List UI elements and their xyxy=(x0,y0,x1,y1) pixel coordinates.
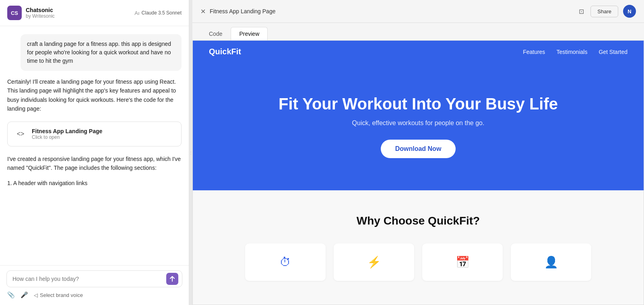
microphone-button[interactable]: 🎤 xyxy=(21,291,28,299)
feature-card-3: 📅 xyxy=(422,243,503,281)
model-name: Claude 3.5 Sonnet xyxy=(142,10,182,16)
header-actions: ⊡ Share N xyxy=(577,5,636,18)
share-button[interactable]: Share xyxy=(590,6,618,17)
code-icon: <> xyxy=(14,128,27,140)
nav-link-testimonials[interactable]: Testimonials xyxy=(556,49,587,55)
right-panel: ✕ Fitness App Landing Page ⊡ Share N Cod… xyxy=(192,0,644,305)
close-button[interactable]: ✕ xyxy=(200,8,206,15)
fitness-hero: Fit Your Workout Into Your Busy Life Qui… xyxy=(193,63,644,190)
feature-icon-3: 📅 xyxy=(456,256,470,269)
fitness-logo: QuickFit xyxy=(209,47,241,56)
assistant-message-2: I've created a responsive landing page f… xyxy=(7,155,182,173)
assistant-list-item-1: 1. A header with navigation links xyxy=(7,179,182,188)
app-info: Chatsonic by Writesonic xyxy=(26,7,130,19)
tab-title-row: ✕ Fitness App Landing Page xyxy=(200,8,275,15)
fitness-nav: QuickFit Features Testimonials Get Start… xyxy=(193,41,644,63)
app-subtitle: by Writesonic xyxy=(26,13,130,19)
hero-heading: Fit Your Workout Into Your Busy Life xyxy=(209,95,627,113)
hero-subtext: Quick, effective workouts for people on … xyxy=(209,120,627,127)
fitness-nav-links: Features Testimonials Get Started xyxy=(523,49,627,55)
input-actions: 📎 🎤 ◁ Select brand voice xyxy=(6,291,182,299)
send-icon xyxy=(169,276,175,282)
feature-icon-4: 👤 xyxy=(544,256,558,269)
ai-icon: Aı xyxy=(134,10,139,16)
why-section: Why Choose QuickFit? ⏱ ⚡ 📅 👤 xyxy=(193,190,644,305)
right-header: ✕ Fitness App Landing Page ⊡ Share N xyxy=(192,0,644,23)
assistant-message-1: Certainly! I'll create a landing page fo… xyxy=(7,77,182,113)
nav-link-get-started[interactable]: Get Started xyxy=(599,49,627,55)
feature-card-4: 👤 xyxy=(511,243,591,281)
feature-icon-2: ⚡ xyxy=(367,256,381,269)
chat-input-area: 📎 🎤 ◁ Select brand voice xyxy=(0,265,189,305)
brand-voice-label: Select brand voice xyxy=(40,292,83,298)
tab-code[interactable]: Code xyxy=(200,27,231,40)
features-row: ⏱ ⚡ 📅 👤 xyxy=(209,243,627,281)
chat-input[interactable] xyxy=(6,270,182,287)
card-title: Fitness App Landing Page xyxy=(32,128,102,134)
tab-preview[interactable]: Preview xyxy=(231,27,268,40)
panel-title: Fitness App Landing Page xyxy=(210,8,275,14)
code-card-info: Fitness App Landing Page Click to open xyxy=(32,128,102,140)
tabs-row: Code Preview xyxy=(192,23,644,40)
attachment-button[interactable]: 📎 xyxy=(7,291,15,299)
code-card[interactable]: <> Fitness App Landing Page Click to ope… xyxy=(7,122,182,146)
send-button[interactable] xyxy=(166,273,178,285)
app-logo: CS xyxy=(7,6,22,20)
chat-messages: craft a landing page for a fitness app. … xyxy=(0,26,189,265)
user-message: craft a landing page for a fitness app. … xyxy=(21,34,182,71)
model-badge: Aı Claude 3.5 Sonnet xyxy=(134,10,182,16)
why-heading: Why Choose QuickFit? xyxy=(209,214,627,227)
app-header: CS Chatsonic by Writesonic Aı Claude 3.5… xyxy=(0,0,189,26)
resize-handle[interactable]: ⋮ xyxy=(189,0,192,305)
preview-area: QuickFit Features Testimonials Get Start… xyxy=(192,40,644,305)
attachment-icon: 📎 xyxy=(7,291,15,299)
brand-voice-button[interactable]: ◁ Select brand voice xyxy=(34,292,83,298)
input-wrapper xyxy=(6,270,182,287)
feature-card-2: ⚡ xyxy=(334,243,414,281)
left-panel: CS Chatsonic by Writesonic Aı Claude 3.5… xyxy=(0,0,189,305)
expand-button[interactable]: ⊡ xyxy=(577,6,586,17)
nav-link-features[interactable]: Features xyxy=(523,49,545,55)
card-sub: Click to open xyxy=(32,134,102,140)
brand-voice-icon: ◁ xyxy=(34,292,38,298)
feature-card-1: ⏱ xyxy=(245,243,326,281)
microphone-icon: 🎤 xyxy=(21,291,28,299)
feature-icon-1: ⏱ xyxy=(280,256,291,269)
download-button[interactable]: Download Now xyxy=(381,140,456,158)
user-avatar: N xyxy=(623,5,636,18)
app-name: Chatsonic xyxy=(26,7,130,13)
